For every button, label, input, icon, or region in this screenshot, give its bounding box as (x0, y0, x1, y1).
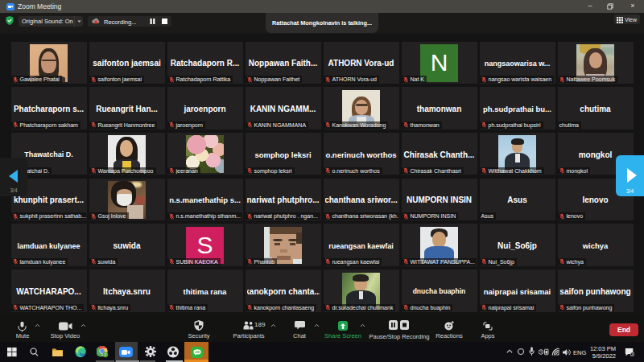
svg-text:3: 3 (631, 352, 633, 356)
svg-text:LINE: LINE (195, 350, 200, 353)
